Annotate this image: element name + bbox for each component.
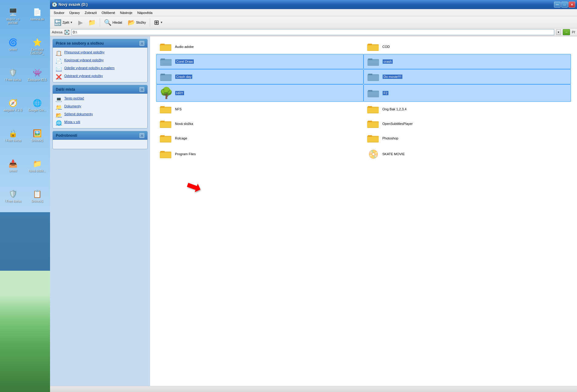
address-go-button[interactable]: →	[563, 29, 570, 35]
folder-icon-corel-draw	[160, 57, 172, 66]
file-item-nova-slozka[interactable]: Nová složka	[156, 116, 364, 131]
panel-collapse-btn[interactable]: ⋀	[139, 133, 144, 138]
file-item-cod[interactable]: COD	[364, 39, 571, 54]
desktop-icon-icon14[interactable]: 📋 Snímek1	[26, 188, 49, 204]
desktop-icon-icon4[interactable]: ⭐ Zástupce CoD2SP_	[26, 36, 49, 56]
icon-image: 🌐	[32, 98, 42, 108]
menu-item-soubor[interactable]: Soubor	[51, 10, 67, 15]
folder-icon-do-movie	[367, 72, 380, 82]
icon-image: ⭐	[32, 38, 42, 47]
desktop-icon-icon11[interactable]: 📥 orrent	[2, 158, 24, 174]
file-item-skate-movie[interactable]: 📀 SKATE MOVIE	[364, 146, 571, 162]
desktop-icon-icon3[interactable]: 🌀 orrent	[2, 36, 24, 53]
desktop-icon-icon8[interactable]: 🌐 Google Chr...	[26, 97, 49, 113]
search-button[interactable]: 🔍 Hledat	[102, 18, 124, 27]
svg-rect-47	[160, 108, 171, 112]
panel-link-move[interactable]: 📋 Přesunout vybrané položky	[56, 50, 144, 56]
address-input-wrapper[interactable]	[71, 29, 554, 35]
desktop-icon-icon10[interactable]: 🖼️ Snímek1	[26, 127, 49, 144]
minimize-button[interactable]: —	[554, 2, 561, 8]
panel-link-delete[interactable]: ❌ Odstranit vybrané položky	[56, 74, 144, 80]
desktop-icons: 🖥️ stupce - o počítač 📄 nemina.sk 🌀 orre…	[0, 0, 50, 392]
file-item-program-files[interactable]: Program Files	[156, 146, 364, 162]
file-name-photoshop: Photoshop	[382, 136, 398, 140]
search-label: Hledat	[112, 21, 122, 24]
desktop-icon-icon6[interactable]: 👾 Zástupce lf2.5	[26, 67, 49, 83]
folder-icon-f2	[367, 88, 380, 98]
file-item-do-movie[interactable]: Do movie!!!!	[364, 69, 571, 84]
menu-bar: SouborÚpravyZobrazitOblíbenéNástrojeNápo…	[50, 9, 577, 16]
desktop-icon-icon1[interactable]: 🖥️ stupce - o počítač	[2, 6, 24, 26]
file-item-audio-adobe[interactable]: Audio adobe	[156, 39, 364, 54]
panel-collapse-btn[interactable]: ⋀	[139, 41, 144, 46]
up-button[interactable]: 📁	[86, 18, 98, 27]
icon-label: orrent	[9, 169, 17, 173]
file-item-rolcage[interactable]: Rolcage	[156, 131, 364, 146]
panel-link-network[interactable]: 🌐 Místa v síti	[56, 120, 144, 126]
file-item-crash-day[interactable]: Crash day	[156, 69, 364, 84]
back-button[interactable]: 🔙 Zpět ▼	[52, 18, 75, 27]
file-item-crash[interactable]: crash	[364, 54, 571, 69]
desktop-icon-icon5[interactable]: 🛡️ ! Free tivirus	[2, 67, 24, 83]
desktop-icon-icon7[interactable]: 🧭 avigator X 2.0	[2, 97, 24, 113]
forward-button[interactable]: ▶	[76, 18, 85, 27]
desktop-icon-icon2[interactable]: 📄 nemina.sk	[26, 6, 49, 22]
file-item-opensubtitles[interactable]: OpenSubtitlesPlayer	[364, 116, 571, 131]
toolbar-sep-2	[150, 18, 150, 27]
menu-item-úpravy[interactable]: Úpravy	[67, 10, 82, 15]
file-item-f2[interactable]: F2	[364, 84, 571, 102]
views-icon: ⊞	[154, 19, 159, 26]
address-input[interactable]	[73, 30, 553, 34]
icon-label: Zástupce CoD2SP_	[27, 48, 47, 55]
file-item-nfs[interactable]: NFS	[156, 102, 364, 116]
panel-link-shared[interactable]: 📂 Sdílené dokumenty	[56, 112, 144, 118]
link-icon-documents: 📁	[56, 104, 62, 110]
file-name-nova-slozka: Nová složka	[175, 122, 193, 126]
panel-collapse-btn[interactable]: ⋀	[139, 87, 144, 92]
panel-header-details-section[interactable]: Podrobnosti ⋀	[53, 131, 147, 140]
file-name-f2: F2	[383, 91, 388, 95]
menu-item-oblíbené[interactable]: Oblíbené	[99, 10, 118, 15]
panel-link-email[interactable]: ✉️ Odešle vybrané položky e-mailem	[56, 66, 144, 72]
panel-link-documents[interactable]: 📁 Dokumenty	[56, 104, 144, 110]
folders-button[interactable]: 📂 Složky	[126, 18, 148, 27]
menu-item-zobrazit[interactable]: Zobrazit	[82, 10, 99, 15]
panel-link-mycomputer[interactable]: 💻 Tento počítač	[56, 96, 144, 102]
desktop-icon-icon12[interactable]: 📁 Nová složk...	[26, 158, 49, 174]
desktop-icon-icon13[interactable]: 🛡️ ! Free tivirus	[2, 188, 24, 204]
icon-label: ! Free tivirus	[5, 78, 21, 82]
icon-label: nemina.sk	[30, 18, 44, 21]
file-item-ong-bak[interactable]: Ong Bak 1,2,3,4	[364, 102, 571, 116]
file-name-crash-day: Crash day	[175, 75, 192, 79]
icon-image: 🛡️	[8, 68, 18, 78]
views-button[interactable]: ⊞ ▼	[152, 18, 165, 27]
menu-item-nástroje[interactable]: Nástroje	[118, 10, 135, 15]
window-icon: 💽	[52, 2, 57, 7]
left-panel: Práce se soubory a složkou ⋀ 📋 Přesunout…	[50, 36, 150, 386]
search-icon: 🔍	[104, 19, 112, 26]
link-icon-delete: ❌	[56, 74, 62, 80]
svg-rect-53	[367, 108, 378, 112]
folder-icon-photoshop	[367, 133, 379, 143]
icon-label: Nová složk...	[29, 169, 46, 173]
maximize-button[interactable]: □	[561, 2, 568, 8]
close-button[interactable]: ✕	[569, 2, 575, 8]
address-dropdown-button[interactable]: ▼	[556, 29, 561, 35]
desktop-icon-icon9[interactable]: 🔒 ! Free tivirus	[2, 127, 24, 144]
file-item-corel-draw[interactable]: Corel Draw	[156, 54, 364, 69]
file-area[interactable]: Audio adobe COD Corel Draw crash	[150, 36, 577, 386]
link-text-documents: Dokumenty	[64, 104, 81, 108]
menu-item-nápověda[interactable]: Nápověda	[135, 10, 155, 15]
svg-rect-11	[367, 45, 378, 50]
file-item-hry[interactable]: 🌳 HRY	[156, 84, 364, 102]
panel-link-copy[interactable]: 📄 Kopírovat vybrané položky	[56, 58, 144, 64]
file-name-crash: crash	[383, 59, 393, 64]
svg-rect-71	[160, 137, 171, 142]
file-item-photoshop[interactable]: Photoshop	[364, 131, 571, 146]
folder-icon-cod	[367, 42, 379, 52]
link-icon-shared: 📂	[56, 112, 62, 118]
panel-header-files-section[interactable]: Práce se soubory a složkou ⋀	[53, 39, 147, 48]
folder-icon-rolcage	[160, 133, 172, 143]
panel-header-places-section[interactable]: Další místa ⋀	[53, 85, 147, 94]
panel-body-places-section: 💻 Tento počítač 📁 Dokumenty 📂 Sdílené do…	[53, 94, 147, 128]
